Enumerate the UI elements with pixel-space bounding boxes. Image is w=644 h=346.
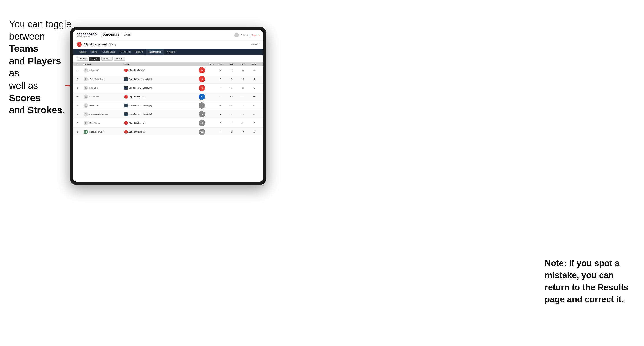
nav-links: TOURNAMENTS TEAMS (101, 33, 234, 37)
bold-players: Players (28, 56, 61, 66)
rd1: +5 (226, 113, 237, 115)
tournament-title: C Clippd Invitational (Men) (77, 42, 116, 47)
team-logo: S (124, 113, 128, 116)
table-row[interactable]: 7 Blair McHarg C Clippd College [A] +8 F… (73, 119, 263, 128)
player-cell: David Ford (84, 94, 124, 99)
tournament-header: C Clippd Invitational (Men) Cancel × (73, 40, 263, 49)
rd3: +6 (248, 122, 260, 124)
table-row[interactable]: 8 MT Marcus Turners C Clippd College [A]… (73, 128, 263, 136)
rd3: -4 (248, 78, 260, 80)
tablet-frame: SCOREBOARD Powered by clippd TOURNAMENTS… (70, 27, 266, 185)
rd1: +1 (226, 87, 237, 89)
table-row[interactable]: 6 Cameron Robertson S Scoreboard Univers… (73, 110, 263, 119)
tab-printables[interactable]: Printables (164, 49, 178, 55)
tab-leaderboards[interactable]: Leaderboards (146, 49, 164, 55)
team-name: Scoreboard University [A] (129, 104, 152, 107)
thru: F (214, 104, 226, 107)
table-row[interactable]: 3 Rich Butler S Scoreboard University [A… (73, 84, 263, 92)
score-badge: -4 (199, 76, 205, 82)
sign-out-link[interactable]: Sign out (252, 34, 260, 36)
table-row[interactable]: 1 Elliot Ebert C Clippd College [A] -8 F… (73, 66, 263, 75)
player-cell: Blair McHarg (84, 121, 124, 125)
total-cell: +6 (199, 111, 214, 117)
player-avatar (84, 112, 88, 117)
svg-point-1 (85, 69, 86, 70)
sub-tab-players[interactable]: Players (89, 57, 100, 61)
player-cell: Chris Robertson (84, 77, 124, 81)
rank: 7 (77, 122, 84, 124)
table-header: # PLAYER TEAM TOTAL THRU RD1 RD2 RD3 (73, 62, 263, 66)
team-name: Clippd College [A] (129, 131, 145, 133)
svg-point-5 (85, 104, 86, 106)
team-logo: S (124, 77, 128, 81)
total-cell: +8 (199, 120, 214, 126)
col-rd3: RD3 (248, 63, 260, 65)
table-row[interactable]: 5 Rees Britt S Scoreboard University [A]… (73, 101, 263, 110)
rd3: +2 (248, 131, 260, 133)
team-logo: S (124, 104, 128, 107)
player-name: Marcus Turners (90, 131, 104, 133)
logo-area: SCOREBOARD Powered by clippd (77, 33, 97, 37)
player-avatar (84, 86, 88, 90)
nav-tournaments[interactable]: TOURNAMENTS (101, 33, 119, 37)
player-cell: Cameron Robertson (84, 112, 124, 117)
tab-teams[interactable]: Teams (88, 49, 100, 55)
rd1: +2 (226, 131, 237, 133)
rank: 5 (77, 104, 84, 107)
col-team: TEAM (124, 63, 199, 65)
rd2: -4 (237, 96, 248, 98)
svg-point-2 (85, 78, 86, 79)
rd2: -2 (237, 87, 248, 89)
top-nav: SCOREBOARD Powered by clippd TOURNAMENTS… (73, 30, 263, 40)
player-avatar: MT (84, 130, 88, 134)
player-name: David Ford (90, 96, 99, 98)
rd2: +2 (237, 113, 248, 115)
sub-tab-scores[interactable]: Scores (101, 57, 113, 61)
player-name: Cameron Robertson (90, 113, 108, 115)
sub-tab-strokes[interactable]: Strokes (114, 57, 126, 61)
nav-teams[interactable]: TEAMS (122, 33, 130, 37)
tab-tee-groups[interactable]: Tee Groups (118, 49, 134, 55)
total-cell: +1 (199, 102, 214, 109)
team-name: Clippd College [A] (129, 69, 145, 71)
table-row[interactable]: 2 Chris Robertson S Scoreboard Universit… (73, 75, 263, 84)
user-name: Test User | (241, 34, 250, 36)
logo-sub: Powered by clippd (77, 36, 97, 37)
rank: 1 (77, 69, 84, 71)
note-label: Note: If you spot a mistake, you can ret… (545, 259, 629, 304)
team-logo: C (124, 68, 128, 72)
team-logo: C (124, 121, 128, 125)
cancel-button[interactable]: Cancel × (252, 43, 260, 45)
tab-bar: Details Teams Course Setup Tee Groups Re… (73, 49, 263, 55)
player-name: Blair McHarg (90, 122, 101, 124)
rank: 4 (77, 96, 84, 98)
team-name: Scoreboard University [A] (129, 78, 152, 80)
thru: F (214, 69, 226, 71)
bold-scores: Scores (9, 93, 41, 103)
team-logo: S (124, 86, 128, 90)
team-logo: C (124, 130, 128, 134)
rd2: +5 (237, 78, 248, 80)
tab-details[interactable]: Details (77, 49, 88, 55)
rank: 6 (77, 113, 84, 115)
rd3: -1 (248, 113, 260, 115)
score-badge: -8 (199, 67, 205, 73)
score-badge: E (199, 94, 205, 100)
bold-strokes: Strokes (28, 105, 62, 115)
team-logo: C (124, 95, 128, 99)
col-player: PLAYER (84, 63, 124, 65)
rd3: +3 (248, 96, 260, 98)
total-cell: +11 (199, 129, 214, 135)
rd3: -1 (248, 87, 260, 89)
sub-tabs: Teams Players Scores Strokes (73, 55, 263, 62)
sub-tab-teams[interactable]: Teams (77, 57, 88, 61)
tab-results[interactable]: Results (134, 49, 146, 55)
tournament-gender: (Men) (109, 43, 116, 46)
tab-course-setup[interactable]: Course Setup (100, 49, 118, 55)
team-name: Clippd College [A] (129, 122, 145, 124)
player-avatar (84, 94, 88, 99)
bold-teams: Teams (9, 43, 38, 54)
player-name: Rees Britt (90, 104, 98, 107)
thru: F (214, 78, 226, 80)
table-row[interactable]: 4 David Ford C Clippd College [A] E F +1… (73, 92, 263, 101)
